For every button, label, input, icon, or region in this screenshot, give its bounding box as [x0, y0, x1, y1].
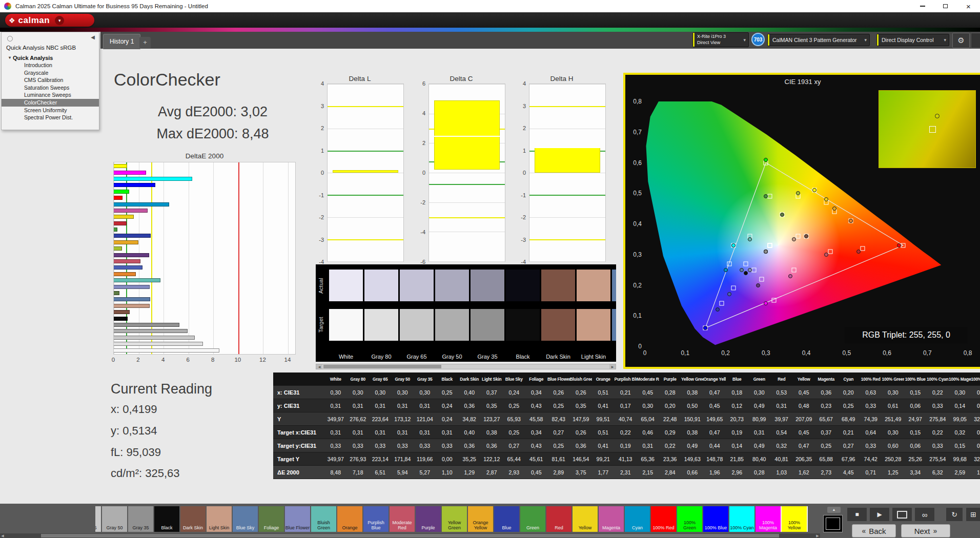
scrollbar-thumb[interactable]	[41, 534, 779, 537]
strip-scrollbar[interactable]: ◀ ▶	[0, 533, 820, 538]
axis-tick-label: 4	[523, 80, 526, 87]
target-swatch-gray-50[interactable]	[435, 309, 469, 341]
strip-patch-blue[interactable]: Blue	[494, 506, 519, 532]
tree-item-saturation-sweeps[interactable]: Saturation Sweeps	[2, 84, 99, 92]
target-swatch-gray-80[interactable]	[364, 309, 398, 341]
strip-patch-cyan[interactable]: Cyan	[625, 506, 650, 532]
actual-swatch-blue-sky[interactable]	[612, 270, 616, 301]
add-tab-button[interactable]: +	[139, 37, 151, 48]
actual-swatch-gray-35[interactable]	[471, 270, 504, 301]
scroll-left-icon[interactable]: ◀	[316, 364, 322, 369]
tree-node-quick-analysis[interactable]: ▾Quick Analysis	[2, 54, 99, 61]
next-button[interactable]: Next »	[901, 524, 950, 537]
display-control-dropdown[interactable]: Direct Display Control ▾	[876, 34, 949, 46]
actual-swatch-gray-50[interactable]	[435, 270, 469, 301]
extra-toolbar-button[interactable]	[971, 33, 980, 48]
pattern-generator-dropdown[interactable]: CalMAN Client 3 Pattern Generator ▾	[767, 34, 870, 46]
strip-patch-bluish-green[interactable]: Bluish Green	[311, 506, 336, 532]
strip-patch-blue-sky[interactable]: Blue Sky	[233, 506, 258, 532]
strip-patch-gray-65[interactable]: Gray 65	[95, 506, 101, 532]
meter-reading-badge[interactable]: 703	[751, 33, 765, 46]
scrollbar-thumb[interactable]	[323, 365, 441, 368]
strip-patch-100-blue[interactable]: 100% Blue	[703, 506, 728, 532]
display-capture-button[interactable]	[892, 507, 912, 522]
pattern-window-button[interactable]	[823, 515, 843, 532]
calman-logo-menu[interactable]: ❖ calman ▾	[5, 14, 94, 27]
tree-item-introduction[interactable]: Introduction	[2, 61, 99, 69]
actual-swatch-gray-80[interactable]	[364, 270, 398, 301]
refresh-button[interactable]: ↻	[946, 507, 963, 522]
deltae-bar-row	[114, 290, 295, 296]
strip-patch-moderate-red[interactable]: Moderate Red	[390, 506, 415, 532]
strip-patch-yellow[interactable]: Yellow	[573, 506, 598, 532]
strip-patch-magenta[interactable]: Magenta	[599, 506, 624, 532]
tree-item-screen-uniformity[interactable]: Screen Uniformity	[2, 107, 99, 114]
strip-patch-orange-yellow[interactable]: Orange Yellow	[468, 506, 493, 532]
table-cell: 0,53	[770, 389, 793, 396]
meter-dropdown[interactable]: X-Rite i1Pro 3 Direct View ▾	[692, 32, 749, 47]
tree-item-colorchecker[interactable]: ColorChecker	[2, 99, 99, 107]
target-swatch-light-skin[interactable]	[577, 309, 610, 341]
actual-swatch-gray-65[interactable]	[400, 270, 434, 301]
target-swatch-black[interactable]	[506, 309, 540, 341]
maximize-button[interactable]	[934, 0, 957, 12]
strip-patch-red[interactable]: Red	[546, 506, 571, 532]
table-cell: 1,62	[793, 469, 815, 475]
actual-swatch-black[interactable]	[506, 270, 540, 301]
play-button[interactable]: ▶	[869, 507, 890, 522]
actual-swatch-white[interactable]	[329, 270, 363, 301]
table-cell: 0,33	[860, 403, 882, 409]
strip-patch-100-green[interactable]: 100% Green	[677, 506, 702, 532]
scroll-right-icon[interactable]: ▶	[609, 364, 616, 369]
chevron-down-icon[interactable]: ▾	[55, 16, 64, 25]
target-swatch-gray-65[interactable]	[400, 309, 434, 341]
strip-patch-black[interactable]: Black	[154, 506, 179, 532]
scroll-right-icon[interactable]: ▶	[815, 533, 820, 538]
strip-patch-100-red[interactable]: 100% Red	[651, 506, 676, 532]
strip-patch-gray-35[interactable]: Gray 35	[128, 506, 153, 532]
strip-patch-yellow-green[interactable]: Yellow Green	[442, 506, 467, 532]
collapse-sidebar-button[interactable]: ◀	[91, 34, 95, 40]
strip-patch-orange[interactable]: Orange	[337, 506, 362, 532]
layout-grid-button[interactable]: ⊞	[966, 507, 980, 522]
tree-expander-icon[interactable]: ▾	[9, 55, 11, 60]
actual-swatch-dark-skin[interactable]	[541, 270, 575, 301]
strip-patch-foliage[interactable]: Foliage	[259, 506, 284, 532]
strip-patch-dark-skin[interactable]: Dark Skin	[180, 506, 206, 532]
close-button[interactable]: ×	[957, 0, 980, 12]
tree-item-cms-calibration[interactable]: CMS Calibration	[2, 76, 99, 84]
target-swatch-dark-skin[interactable]	[541, 309, 575, 341]
table-row-target-y: Target Y349,97276,93223,14171,84119,660,…	[273, 452, 980, 466]
table-cell: 0,22	[615, 429, 637, 436]
table-header-blue: Blue	[726, 377, 748, 382]
expand-panel-button[interactable]: ▲	[827, 507, 841, 513]
target-swatch-white[interactable]	[329, 309, 363, 341]
strip-patch-100-cyan[interactable]: 100% Cyan	[729, 506, 754, 532]
table-cell: 0,47	[704, 429, 726, 436]
tree-item-grayscale[interactable]: Grayscale	[2, 69, 99, 77]
strip-patch-green[interactable]: Green	[520, 506, 545, 532]
stop-button[interactable]: ■	[847, 507, 867, 522]
target-swatch-gray-35[interactable]	[471, 309, 504, 341]
strip-patch-purple[interactable]: Purple	[416, 506, 441, 532]
back-button[interactable]: « Back	[852, 524, 896, 537]
tree-item-luminance-sweeps[interactable]: Luminance Sweeps	[2, 91, 99, 99]
strip-patch-light-skin[interactable]: Light Skin	[207, 506, 232, 532]
strip-patch-100-magenta[interactable]: 100% Magenta	[756, 506, 781, 532]
strip-patch-100-yellow[interactable]: 100% Yellow	[782, 506, 807, 532]
swatch-scrollbar[interactable]: ◀ ▶	[316, 364, 616, 369]
target-swatch-blue-sky[interactable]	[612, 309, 616, 341]
continuous-read-button[interactable]: ∞	[914, 507, 935, 522]
minimize-button[interactable]	[911, 0, 934, 12]
deltae-bar-row	[114, 264, 295, 271]
actual-swatch-light-skin[interactable]	[577, 270, 610, 301]
patch-label: Dark Skin	[541, 354, 575, 360]
compare-column-gray-65: Gray 65	[400, 264, 434, 362]
strip-patch-purplish-blue[interactable]: Purplish Blue	[363, 506, 389, 532]
scroll-left-icon[interactable]: ◀	[0, 533, 5, 538]
tab-history-1[interactable]: History 1	[103, 34, 140, 49]
strip-patch-gray-50[interactable]: Gray 50	[102, 506, 127, 532]
strip-patch-blue-flower[interactable]: Blue Flower	[285, 506, 310, 532]
tree-item-spectral-power-dist-[interactable]: Spectral Power Dist.	[2, 114, 99, 121]
settings-button[interactable]: ⚙	[952, 33, 970, 48]
